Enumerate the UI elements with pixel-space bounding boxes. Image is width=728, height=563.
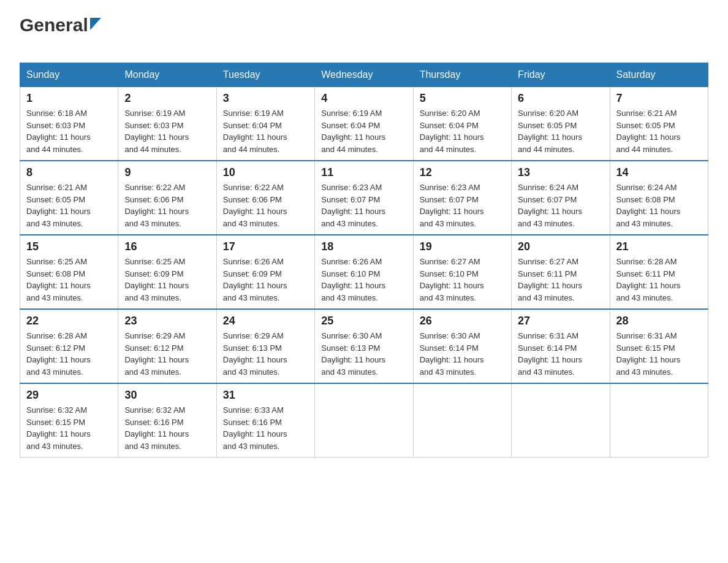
- week-row-1: 1Sunrise: 6:18 AMSunset: 6:03 PMDaylight…: [20, 87, 708, 161]
- day-info: Sunrise: 6:27 AMSunset: 6:10 PMDaylight:…: [420, 256, 505, 304]
- day-number: 9: [124, 166, 210, 179]
- day-number: 24: [223, 315, 308, 327]
- calendar-cell: 22Sunrise: 6:28 AMSunset: 6:12 PMDayligh…: [20, 309, 118, 383]
- day-number: 26: [420, 315, 505, 327]
- calendar-cell: 10Sunrise: 6:22 AMSunset: 6:06 PMDayligh…: [216, 161, 314, 235]
- header-wednesday: Wednesday: [315, 63, 413, 87]
- day-info: Sunrise: 6:21 AMSunset: 6:05 PMDaylight:…: [616, 107, 702, 155]
- header-saturday: Saturday: [610, 63, 708, 87]
- page-header: General: [20, 15, 708, 55]
- day-info: Sunrise: 6:22 AMSunset: 6:06 PMDaylight:…: [124, 182, 210, 229]
- day-number: 20: [518, 240, 603, 253]
- calendar-cell: 7Sunrise: 6:21 AMSunset: 6:05 PMDaylight…: [610, 87, 708, 161]
- week-row-3: 15Sunrise: 6:25 AMSunset: 6:08 PMDayligh…: [20, 235, 708, 309]
- calendar-header: SundayMondayTuesdayWednesdayThursdayFrid…: [20, 63, 708, 87]
- day-info: Sunrise: 6:29 AMSunset: 6:13 PMDaylight:…: [223, 330, 308, 378]
- calendar-cell: 1Sunrise: 6:18 AMSunset: 6:03 PMDaylight…: [20, 87, 118, 161]
- calendar-cell: 4Sunrise: 6:19 AMSunset: 6:04 PMDaylight…: [315, 87, 413, 161]
- calendar-cell: [610, 383, 708, 458]
- header-friday: Friday: [512, 63, 610, 87]
- day-number: 14: [616, 166, 702, 179]
- calendar-cell: 20Sunrise: 6:27 AMSunset: 6:11 PMDayligh…: [512, 235, 610, 309]
- day-info: Sunrise: 6:23 AMSunset: 6:07 PMDaylight:…: [321, 182, 406, 229]
- calendar-cell: 18Sunrise: 6:26 AMSunset: 6:10 PMDayligh…: [315, 235, 413, 309]
- calendar-cell: 28Sunrise: 6:31 AMSunset: 6:15 PMDayligh…: [610, 309, 708, 383]
- day-info: Sunrise: 6:29 AMSunset: 6:12 PMDaylight:…: [124, 330, 210, 378]
- day-info: Sunrise: 6:24 AMSunset: 6:08 PMDaylight:…: [616, 182, 702, 229]
- week-row-4: 22Sunrise: 6:28 AMSunset: 6:12 PMDayligh…: [20, 309, 708, 383]
- day-info: Sunrise: 6:30 AMSunset: 6:13 PMDaylight:…: [321, 330, 406, 378]
- day-number: 30: [124, 389, 210, 402]
- day-number: 12: [420, 166, 505, 179]
- day-number: 5: [420, 92, 505, 105]
- calendar-cell: [315, 383, 413, 458]
- logo-arrow-icon: [90, 18, 101, 33]
- day-number: 22: [26, 315, 112, 327]
- calendar-cell: 31Sunrise: 6:33 AMSunset: 6:16 PMDayligh…: [216, 383, 314, 458]
- svg-marker-0: [90, 18, 101, 30]
- header-monday: Monday: [118, 63, 216, 87]
- header-tuesday: Tuesday: [216, 63, 314, 87]
- day-number: 1: [26, 92, 112, 105]
- calendar-cell: 15Sunrise: 6:25 AMSunset: 6:08 PMDayligh…: [20, 235, 118, 309]
- calendar-cell: 13Sunrise: 6:24 AMSunset: 6:07 PMDayligh…: [512, 161, 610, 235]
- calendar-cell: 23Sunrise: 6:29 AMSunset: 6:12 PMDayligh…: [118, 309, 216, 383]
- logo: General: [20, 15, 101, 55]
- calendar-table: SundayMondayTuesdayWednesdayThursdayFrid…: [20, 63, 708, 458]
- day-info: Sunrise: 6:24 AMSunset: 6:07 PMDaylight:…: [518, 182, 603, 229]
- day-info: Sunrise: 6:20 AMSunset: 6:04 PMDaylight:…: [420, 107, 505, 155]
- calendar-cell: 16Sunrise: 6:25 AMSunset: 6:09 PMDayligh…: [118, 235, 216, 309]
- calendar-cell: 5Sunrise: 6:20 AMSunset: 6:04 PMDaylight…: [413, 87, 511, 161]
- day-number: 10: [223, 166, 308, 179]
- header-row: SundayMondayTuesdayWednesdayThursdayFrid…: [20, 63, 708, 87]
- header-thursday: Thursday: [413, 63, 511, 87]
- calendar-cell: 14Sunrise: 6:24 AMSunset: 6:08 PMDayligh…: [610, 161, 708, 235]
- day-number: 15: [26, 240, 112, 253]
- day-number: 21: [616, 240, 702, 253]
- day-number: 23: [124, 315, 210, 327]
- day-info: Sunrise: 6:19 AMSunset: 6:03 PMDaylight:…: [124, 107, 210, 155]
- calendar-cell: [413, 383, 511, 458]
- day-info: Sunrise: 6:23 AMSunset: 6:07 PMDaylight:…: [420, 182, 505, 229]
- day-number: 2: [124, 92, 210, 105]
- day-number: 19: [420, 240, 505, 253]
- day-info: Sunrise: 6:28 AMSunset: 6:11 PMDaylight:…: [616, 256, 702, 304]
- calendar-cell: 9Sunrise: 6:22 AMSunset: 6:06 PMDaylight…: [118, 161, 216, 235]
- day-info: Sunrise: 6:19 AMSunset: 6:04 PMDaylight:…: [321, 107, 406, 155]
- day-info: Sunrise: 6:32 AMSunset: 6:15 PMDaylight:…: [26, 404, 112, 452]
- day-number: 27: [518, 315, 603, 327]
- day-info: Sunrise: 6:25 AMSunset: 6:09 PMDaylight:…: [124, 256, 210, 304]
- day-number: 28: [616, 315, 702, 327]
- day-info: Sunrise: 6:31 AMSunset: 6:14 PMDaylight:…: [518, 330, 603, 378]
- calendar-cell: 29Sunrise: 6:32 AMSunset: 6:15 PMDayligh…: [20, 383, 118, 458]
- day-info: Sunrise: 6:21 AMSunset: 6:05 PMDaylight:…: [26, 182, 112, 229]
- day-number: 18: [321, 240, 406, 253]
- day-info: Sunrise: 6:25 AMSunset: 6:08 PMDaylight:…: [26, 256, 112, 304]
- calendar-cell: 19Sunrise: 6:27 AMSunset: 6:10 PMDayligh…: [413, 235, 511, 309]
- day-info: Sunrise: 6:33 AMSunset: 6:16 PMDaylight:…: [223, 404, 308, 452]
- day-info: Sunrise: 6:19 AMSunset: 6:04 PMDaylight:…: [223, 107, 308, 155]
- day-number: 17: [223, 240, 308, 253]
- calendar-body: 1Sunrise: 6:18 AMSunset: 6:03 PMDaylight…: [20, 87, 708, 458]
- day-number: 16: [124, 240, 210, 253]
- day-info: Sunrise: 6:22 AMSunset: 6:06 PMDaylight:…: [223, 182, 308, 229]
- calendar-cell: 25Sunrise: 6:30 AMSunset: 6:13 PMDayligh…: [315, 309, 413, 383]
- week-row-2: 8Sunrise: 6:21 AMSunset: 6:05 PMDaylight…: [20, 161, 708, 235]
- header-sunday: Sunday: [20, 63, 118, 87]
- day-info: Sunrise: 6:18 AMSunset: 6:03 PMDaylight:…: [26, 107, 112, 155]
- calendar-cell: 30Sunrise: 6:32 AMSunset: 6:16 PMDayligh…: [118, 383, 216, 458]
- day-number: 29: [26, 389, 112, 402]
- week-row-5: 29Sunrise: 6:32 AMSunset: 6:15 PMDayligh…: [20, 383, 708, 458]
- calendar-cell: 17Sunrise: 6:26 AMSunset: 6:09 PMDayligh…: [216, 235, 314, 309]
- calendar-cell: 21Sunrise: 6:28 AMSunset: 6:11 PMDayligh…: [610, 235, 708, 309]
- day-number: 13: [518, 166, 603, 179]
- day-info: Sunrise: 6:31 AMSunset: 6:15 PMDaylight:…: [616, 330, 702, 378]
- calendar-cell: 8Sunrise: 6:21 AMSunset: 6:05 PMDaylight…: [20, 161, 118, 235]
- day-info: Sunrise: 6:32 AMSunset: 6:16 PMDaylight:…: [124, 404, 210, 452]
- day-number: 8: [26, 166, 112, 179]
- day-info: Sunrise: 6:26 AMSunset: 6:09 PMDaylight:…: [223, 256, 308, 304]
- calendar-cell: 11Sunrise: 6:23 AMSunset: 6:07 PMDayligh…: [315, 161, 413, 235]
- day-info: Sunrise: 6:20 AMSunset: 6:05 PMDaylight:…: [518, 107, 603, 155]
- calendar-cell: 2Sunrise: 6:19 AMSunset: 6:03 PMDaylight…: [118, 87, 216, 161]
- logo-general-text: General: [20, 15, 88, 36]
